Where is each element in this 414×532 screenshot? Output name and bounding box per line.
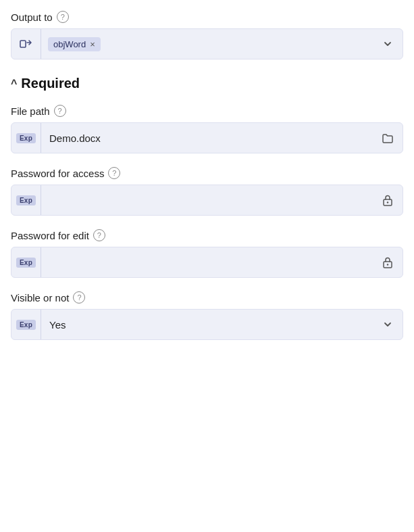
file-path-exp-box: Exp [11,123,41,153]
password-access-lock-icon[interactable] [373,185,403,215]
visible-or-not-dropdown-icon[interactable] [373,310,403,339]
output-dropdown-icon[interactable] [373,29,403,59]
file-path-exp-badge: Exp [16,133,36,143]
password-access-exp-box: Exp [11,185,41,215]
password-access-label-text: Password for access [11,168,104,179]
file-path-label-text: File path [11,105,50,117]
visible-or-not-value[interactable]: Yes [41,319,373,331]
output-tag[interactable]: objWord × [48,37,101,51]
file-browse-icon[interactable] [373,123,403,153]
required-heading: ^ Required [11,76,403,91]
chevron-down-icon [382,39,393,49]
password-edit-lock-icon[interactable] [373,247,403,277]
output-to-text: Output to [11,11,53,23]
visible-or-not-exp-box: Exp [11,310,41,339]
svg-point-4 [387,264,388,265]
file-path-value[interactable]: Demo.docx [41,132,373,144]
password-edit-label-text: Password for edit [11,230,89,241]
password-access-help-icon[interactable]: ? [108,167,120,179]
visible-or-not-label-text: Visible or not [11,292,69,304]
file-path-field: Exp Demo.docx [11,122,403,153]
output-to-field: objWord × [11,28,403,59]
password-edit-exp-box: Exp [11,247,41,277]
password-edit-field: Exp [11,247,403,278]
visible-or-not-label: Visible or not ? [11,291,403,304]
output-tag-value: objWord [53,39,86,49]
visible-or-not-field[interactable]: Exp Yes [11,309,403,340]
output-to-help-icon[interactable]: ? [57,11,69,23]
visible-or-not-exp-badge: Exp [16,320,36,330]
file-path-label: File path ? [11,105,403,117]
password-access-exp-badge: Exp [16,195,36,205]
required-caret: ^ [11,78,17,90]
visible-or-not-help-icon[interactable]: ? [73,291,85,304]
password-edit-label: Password for edit ? [11,229,403,241]
file-path-help-icon[interactable]: ? [54,105,66,117]
password-edit-help-icon[interactable]: ? [93,229,105,241]
required-label: Required [21,76,80,91]
output-tag-close-icon[interactable]: × [90,39,95,49]
output-arrows-icon [19,37,34,51]
password-edit-exp-badge: Exp [16,258,36,268]
svg-point-2 [387,201,388,203]
password-access-label: Password for access ? [11,167,403,179]
output-to-icon-box [11,29,41,59]
password-access-field: Exp [11,185,403,216]
svg-rect-0 [20,41,26,47]
output-to-label: Output to ? [11,11,403,23]
chevron-down-icon [382,319,393,330]
